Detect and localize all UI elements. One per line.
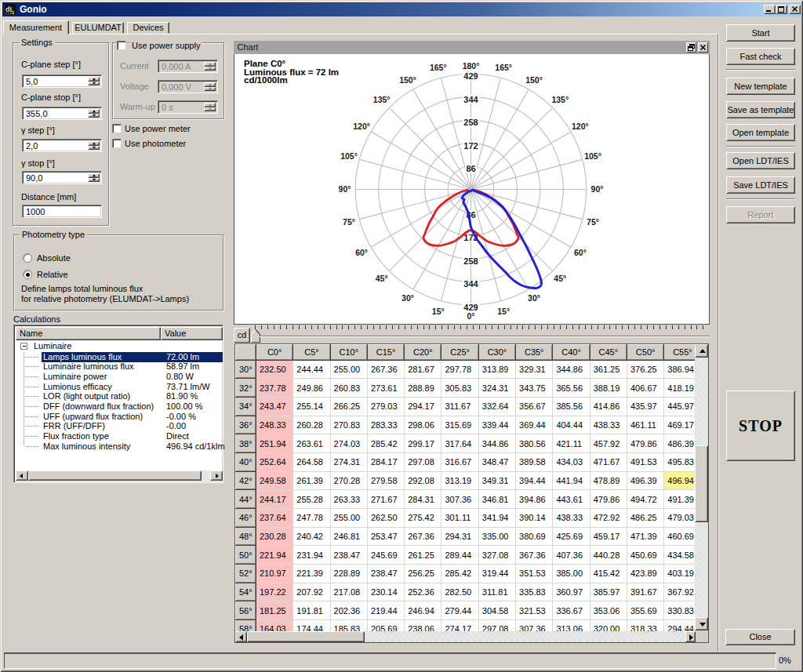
svg-text:90°: 90° — [590, 184, 603, 194]
svg-text:165°: 165° — [429, 63, 446, 72]
svg-text:30°: 30° — [402, 293, 414, 303]
svg-text:120°: 120° — [572, 122, 589, 131]
svg-text:150°: 150° — [525, 75, 543, 85]
svg-text:150°: 150° — [399, 75, 416, 85]
svg-text:172: 172 — [463, 141, 478, 151]
svg-text:0°: 0° — [467, 311, 474, 321]
svg-text:165°: 165° — [495, 63, 512, 72]
svg-text:135°: 135° — [372, 95, 390, 104]
svg-text:105°: 105° — [584, 151, 601, 161]
svg-text:15°: 15° — [497, 307, 510, 316]
svg-text:45°: 45° — [554, 274, 566, 283]
svg-text:120°: 120° — [353, 122, 370, 131]
svg-text:344: 344 — [463, 279, 478, 289]
svg-text:90°: 90° — [338, 184, 351, 194]
svg-text:180°: 180° — [462, 61, 479, 71]
svg-text:135°: 135° — [551, 95, 569, 104]
svg-text:75°: 75° — [587, 217, 599, 227]
svg-text:258: 258 — [463, 118, 478, 127]
svg-text:344: 344 — [463, 95, 478, 104]
svg-text:L: L — [10, 5, 15, 13]
svg-text:258: 258 — [463, 256, 478, 266]
svg-text:75°: 75° — [343, 217, 355, 227]
svg-text:45°: 45° — [375, 274, 387, 283]
svg-text:105°: 105° — [340, 151, 358, 161]
svg-text:60°: 60° — [355, 248, 368, 257]
svg-text:429: 429 — [463, 71, 478, 81]
svg-text:15°: 15° — [431, 307, 444, 316]
svg-text:60°: 60° — [573, 248, 586, 257]
svg-text:30°: 30° — [528, 293, 540, 303]
svg-text:86: 86 — [466, 164, 475, 173]
